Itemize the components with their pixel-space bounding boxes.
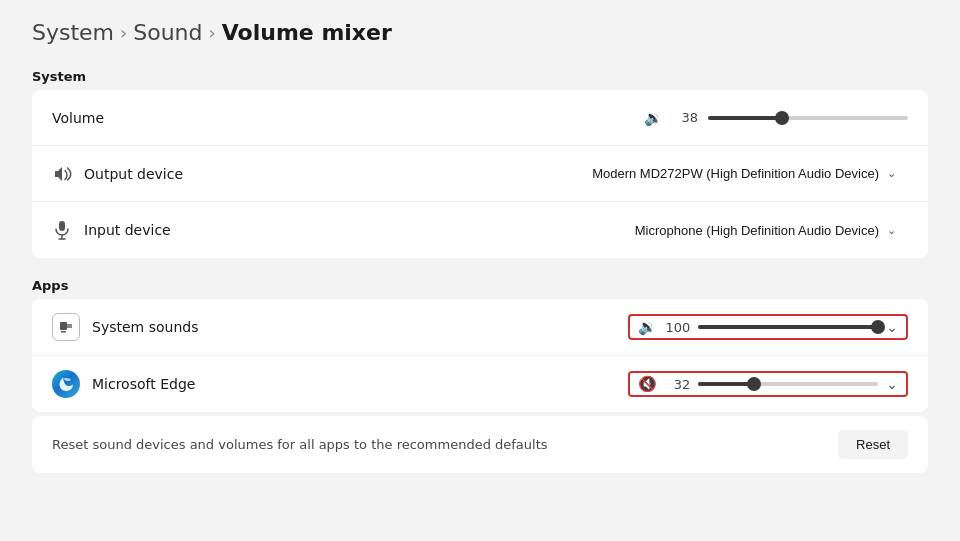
output-device-chevron: ⌄ — [887, 167, 896, 180]
microsoft-edge-row-left: Microsoft Edge — [52, 370, 628, 398]
reset-button[interactable]: Reset — [838, 430, 908, 459]
output-device-row-left: Output device — [52, 164, 580, 184]
microsoft-edge-label: Microsoft Edge — [92, 376, 195, 392]
input-device-dropdown[interactable]: Microphone (High Definition Audio Device… — [623, 217, 908, 244]
output-device-icon — [52, 164, 72, 184]
volume-row: Volume 🔉 38 — [32, 90, 928, 146]
input-device-chevron: ⌄ — [887, 224, 896, 237]
volume-slider[interactable] — [708, 116, 908, 120]
system-sounds-slider-thumb[interactable] — [871, 320, 885, 334]
footer-text: Reset sound devices and volumes for all … — [52, 437, 548, 452]
breadcrumb-sep-1: › — [120, 22, 127, 43]
microsoft-edge-row-right: 🔇 32 ⌄ — [628, 371, 908, 397]
output-device-dropdown[interactable]: Modern MD272PW (High Definition Audio De… — [580, 160, 908, 187]
system-section-label: System — [32, 69, 928, 84]
volume-slider-fill — [708, 116, 782, 120]
breadcrumb-sound[interactable]: Sound — [133, 20, 202, 45]
microsoft-edge-volume-value: 32 — [664, 377, 690, 392]
volume-slider-thumb[interactable] — [775, 111, 789, 125]
microsoft-edge-slider[interactable] — [698, 382, 878, 386]
input-device-label: Input device — [84, 222, 171, 238]
system-sounds-slider-fill — [698, 325, 878, 329]
microsoft-edge-mute-icon: 🔇 — [638, 375, 656, 393]
system-sounds-expand-icon[interactable]: ⌄ — [886, 319, 898, 335]
input-device-selected: Microphone (High Definition Audio Device… — [635, 223, 879, 238]
svg-rect-4 — [67, 324, 72, 328]
system-sounds-slider[interactable] — [698, 325, 878, 329]
system-card: Volume 🔉 38 — [32, 90, 928, 258]
output-device-row: Output device Modern MD272PW (High Defin… — [32, 146, 928, 202]
apps-section-label: Apps — [32, 278, 928, 293]
input-device-row-right: Microphone (High Definition Audio Device… — [623, 217, 908, 244]
svg-rect-0 — [59, 221, 65, 231]
system-sounds-volume-value: 100 — [664, 320, 690, 335]
microsoft-edge-slider-thumb[interactable] — [747, 377, 761, 391]
input-device-row-left: Input device — [52, 220, 623, 240]
svg-rect-3 — [60, 322, 67, 330]
svg-rect-5 — [61, 331, 66, 333]
breadcrumb: System › Sound › Volume mixer — [32, 20, 928, 45]
system-sounds-label: System sounds — [92, 319, 198, 335]
system-sounds-row: System sounds 🔉 100 ⌄ — [32, 299, 928, 356]
breadcrumb-sep-2: › — [209, 22, 216, 43]
microsoft-edge-row: Microsoft Edge 🔇 32 ⌄ — [32, 356, 928, 412]
breadcrumb-system[interactable]: System — [32, 20, 114, 45]
input-device-icon — [52, 220, 72, 240]
volume-value: 38 — [672, 110, 698, 125]
output-device-label: Output device — [84, 166, 183, 182]
volume-label: Volume — [52, 110, 104, 126]
system-sounds-volume-icon: 🔉 — [638, 318, 656, 336]
apps-card: System sounds 🔉 100 ⌄ — [32, 299, 928, 412]
settings-page: System › Sound › Volume mixer System Vol… — [0, 0, 960, 497]
footer-row: Reset sound devices and volumes for all … — [32, 416, 928, 473]
microsoft-edge-expand-icon[interactable]: ⌄ — [886, 376, 898, 392]
microsoft-edge-slider-fill — [698, 382, 754, 386]
volume-row-right: 🔉 38 — [644, 109, 908, 127]
microsoft-edge-icon — [52, 370, 80, 398]
input-device-row: Input device Microphone (High Definition… — [32, 202, 928, 258]
page-title: Volume mixer — [222, 20, 392, 45]
volume-speaker-icon: 🔉 — [644, 109, 662, 127]
system-sounds-icon — [52, 313, 80, 341]
volume-row-left: Volume — [52, 110, 644, 126]
output-device-row-right: Modern MD272PW (High Definition Audio De… — [580, 160, 908, 187]
system-sounds-row-right: 🔉 100 ⌄ — [628, 314, 908, 340]
output-device-selected: Modern MD272PW (High Definition Audio De… — [592, 166, 879, 181]
system-sounds-row-left: System sounds — [52, 313, 628, 341]
